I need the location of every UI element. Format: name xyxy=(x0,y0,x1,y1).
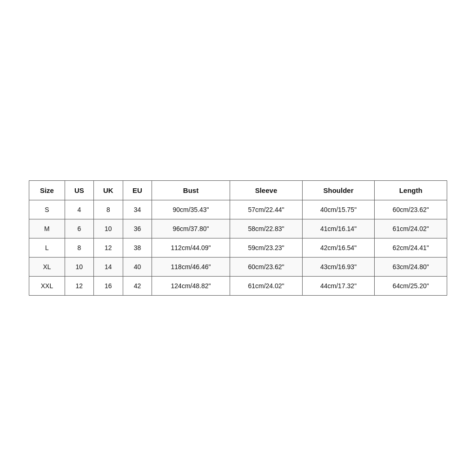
cell-sleeve: 60cm/23.62" xyxy=(230,258,303,277)
cell-size: L xyxy=(29,238,65,258)
cell-sleeve: 59cm/23.23" xyxy=(230,238,303,258)
cell-eu: 42 xyxy=(123,277,152,296)
cell-sleeve: 58cm/22.83" xyxy=(230,219,303,238)
cell-us: 8 xyxy=(65,238,93,258)
table-row: XL101440118cm/46.46"60cm/23.62"43cm/16.9… xyxy=(29,258,447,277)
cell-sleeve: 61cm/24.02" xyxy=(230,277,303,296)
cell-us: 12 xyxy=(65,277,93,296)
cell-eu: 40 xyxy=(123,258,152,277)
cell-size: S xyxy=(29,200,65,219)
header-shoulder: Shoulder xyxy=(302,181,375,200)
cell-eu: 36 xyxy=(123,219,152,238)
header-us: US xyxy=(65,181,93,200)
header-size: Size xyxy=(29,181,65,200)
cell-uk: 12 xyxy=(93,238,123,258)
cell-length: 63cm/24.80" xyxy=(375,258,447,277)
cell-bust: 124cm/48.82" xyxy=(152,277,230,296)
header-length: Length xyxy=(375,181,447,200)
header-sleeve: Sleeve xyxy=(230,181,303,200)
cell-length: 60cm/23.62" xyxy=(375,200,447,219)
table-row: XXL121642124cm/48.82"61cm/24.02"44cm/17.… xyxy=(29,277,447,296)
cell-shoulder: 44cm/17.32" xyxy=(302,277,375,296)
cell-us: 10 xyxy=(65,258,93,277)
cell-size: XXL xyxy=(29,277,65,296)
cell-size: XL xyxy=(29,258,65,277)
header-eu: EU xyxy=(123,181,152,200)
cell-bust: 118cm/46.46" xyxy=(152,258,230,277)
cell-length: 62cm/24.41" xyxy=(375,238,447,258)
cell-bust: 96cm/37.80" xyxy=(152,219,230,238)
header-uk: UK xyxy=(93,181,123,200)
size-chart-container: Size US UK EU Bust Sleeve Shoulder Lengt… xyxy=(29,180,447,296)
cell-uk: 10 xyxy=(93,219,123,238)
cell-size: M xyxy=(29,219,65,238)
cell-us: 6 xyxy=(65,219,93,238)
table-row: M6103696cm/37.80"58cm/22.83"41cm/16.14"6… xyxy=(29,219,447,238)
header-bust: Bust xyxy=(152,181,230,200)
cell-uk: 8 xyxy=(93,200,123,219)
cell-shoulder: 43cm/16.93" xyxy=(302,258,375,277)
cell-shoulder: 41cm/16.14" xyxy=(302,219,375,238)
cell-bust: 112cm/44.09" xyxy=(152,238,230,258)
cell-length: 61cm/24.02" xyxy=(375,219,447,238)
table-row: L81238112cm/44.09"59cm/23.23"42cm/16.54"… xyxy=(29,238,447,258)
cell-eu: 34 xyxy=(123,200,152,219)
cell-length: 64cm/25.20" xyxy=(375,277,447,296)
cell-uk: 14 xyxy=(93,258,123,277)
cell-shoulder: 40cm/15.75" xyxy=(302,200,375,219)
table-row: S483490cm/35.43"57cm/22.44"40cm/15.75"60… xyxy=(29,200,447,219)
table-header-row: Size US UK EU Bust Sleeve Shoulder Lengt… xyxy=(29,181,447,200)
cell-sleeve: 57cm/22.44" xyxy=(230,200,303,219)
cell-shoulder: 42cm/16.54" xyxy=(302,238,375,258)
size-chart-table: Size US UK EU Bust Sleeve Shoulder Lengt… xyxy=(29,180,447,296)
cell-bust: 90cm/35.43" xyxy=(152,200,230,219)
cell-uk: 16 xyxy=(93,277,123,296)
cell-us: 4 xyxy=(65,200,93,219)
cell-eu: 38 xyxy=(123,238,152,258)
